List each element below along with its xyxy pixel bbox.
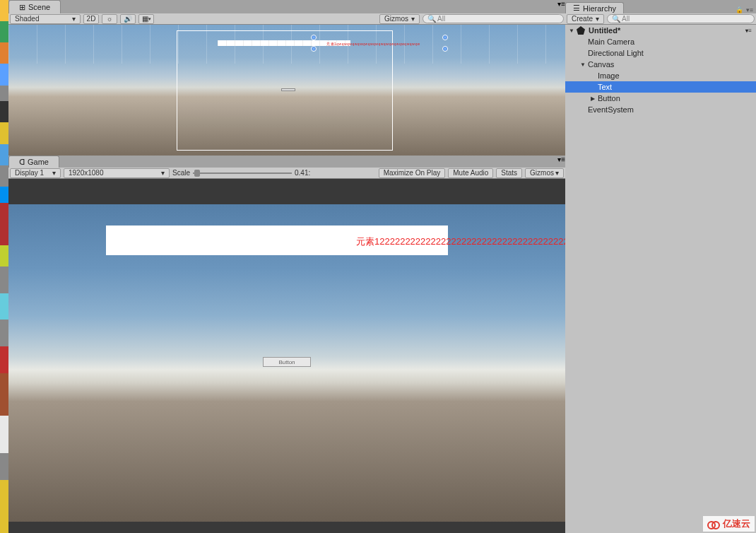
speaker-icon: 🔊 bbox=[124, 15, 132, 23]
game-gizmos-dropdown[interactable]: Gizmos ▾ bbox=[525, 168, 564, 178]
search-icon: 🔍 bbox=[612, 15, 620, 23]
image-icon: ▦ bbox=[142, 15, 148, 23]
hierarchy-label: Hierarchy bbox=[583, 4, 616, 13]
hierarchy-search[interactable]: 🔍 All bbox=[607, 14, 755, 23]
gizmos-label: Gizmos bbox=[384, 15, 408, 23]
hierarchy-item-label: Image bbox=[598, 71, 620, 80]
hierarchy-item[interactable]: Main Camera bbox=[565, 36, 756, 47]
hierarchy-item-label: EventSystem bbox=[588, 105, 634, 114]
watermark: 亿速云 bbox=[703, 516, 755, 532]
hierarchy-item-label: Button bbox=[598, 94, 620, 102]
game-gizmos-label: Gizmos bbox=[530, 169, 554, 177]
watermark-icon bbox=[707, 519, 720, 529]
expand-arrow-icon[interactable]: ▼ bbox=[579, 62, 586, 68]
game-panel-menu-icon[interactable]: ▾≡ bbox=[557, 156, 565, 168]
rect-handle-bottom-right[interactable] bbox=[442, 46, 448, 52]
stats-toggle[interactable]: Stats bbox=[496, 168, 522, 178]
chevron-down-icon: ▾ bbox=[148, 16, 151, 22]
hierarchy-tree[interactable]: ▼ Untitled* ▾≡ Main CameraDirectional Li… bbox=[565, 25, 756, 533]
display-dropdown[interactable]: Display 1 ▾ bbox=[10, 168, 61, 178]
resolution-label: 1920x1080 bbox=[69, 169, 104, 177]
panel-menu-icon[interactable]: ▾≡ bbox=[746, 6, 753, 13]
create-label: Create bbox=[572, 15, 593, 23]
hierarchy-item[interactable]: ▼Canvas bbox=[565, 59, 756, 70]
rect-handle-bottom[interactable] bbox=[311, 46, 317, 52]
hierarchy-tab[interactable]: ☰ Hierarchy bbox=[565, 2, 624, 13]
expand-arrow-icon[interactable]: ▼ bbox=[568, 28, 575, 34]
unity-scene-icon bbox=[577, 26, 585, 35]
search-icon: 🔍 bbox=[427, 15, 436, 23]
hierarchy-item[interactable]: ▶Button bbox=[565, 93, 756, 104]
hierarchy-tab-row: ☰ Hierarchy 🔒 ▾≡ bbox=[565, 0, 756, 13]
scale-slider-thumb[interactable] bbox=[194, 170, 200, 177]
search-placeholder: All bbox=[437, 15, 445, 23]
mode-2d-label: 2D bbox=[87, 15, 96, 23]
maximize-label: Maximize On Play bbox=[384, 169, 441, 177]
gizmos-dropdown[interactable]: Gizmos ▾ bbox=[379, 14, 420, 24]
scale-value: 0.41: bbox=[295, 169, 310, 177]
expand-arrow-icon[interactable]: ▶ bbox=[589, 95, 596, 102]
button-element-scene[interactable] bbox=[281, 88, 295, 91]
editor-main-area: ⊞ Scene ▾≡ Shaded ▾ 2D ☼ 🔊 ▦ ▾ Gizmos ▾ bbox=[8, 0, 565, 533]
hierarchy-item[interactable]: Image bbox=[565, 70, 756, 81]
os-taskbar-strip bbox=[0, 0, 8, 533]
hierarchy-icon: ☰ bbox=[573, 4, 580, 13]
maximize-toggle[interactable]: Maximize On Play bbox=[379, 168, 446, 178]
hierarchy-item-label: Canvas bbox=[588, 60, 614, 69]
hierarchy-item-label: Main Camera bbox=[588, 37, 634, 46]
game-bottom-letterbox bbox=[8, 522, 565, 533]
game-top-letterbox bbox=[8, 179, 565, 204]
chevron-down-icon: ▾ bbox=[72, 15, 76, 23]
chevron-down-icon: ▾ bbox=[411, 15, 415, 23]
scene-tab-label: Scene bbox=[28, 3, 50, 11]
game-button-label: Button bbox=[278, 359, 295, 365]
scene-toolbar: Shaded ▾ 2D ☼ 🔊 ▦ ▾ Gizmos ▾ 🔍 All bbox=[8, 13, 565, 25]
hierarchy-item-label: Directional Light bbox=[588, 49, 644, 57]
audio-toggle[interactable]: 🔊 bbox=[120, 14, 136, 24]
scene-search[interactable]: 🔍 All bbox=[423, 14, 564, 23]
hierarchy-item[interactable]: Text bbox=[565, 81, 756, 93]
mute-label: Mute Audio bbox=[453, 169, 488, 177]
game-view[interactable]: 元素12222222222222222222222222222222222222… bbox=[8, 179, 565, 533]
display-label: Display 1 bbox=[15, 169, 44, 177]
game-tab-label: Game bbox=[28, 158, 49, 166]
scene-name: Untitled* bbox=[589, 26, 620, 35]
game-text-element: 元素12222222222222222222222222222222222222… bbox=[356, 235, 565, 248]
hierarchy-item-label: Text bbox=[598, 83, 612, 91]
hierarchy-toolbar: Create ▾ 🔍 All bbox=[565, 13, 756, 25]
game-button-element: Button bbox=[263, 357, 311, 367]
stats-label: Stats bbox=[501, 169, 517, 177]
scale-slider[interactable] bbox=[193, 172, 292, 174]
hierarchy-item[interactable]: Directional Light bbox=[565, 47, 756, 59]
resolution-dropdown[interactable]: 1920x1080 ▾ bbox=[64, 168, 170, 178]
chevron-down-icon: ▾ bbox=[52, 169, 56, 177]
scene-view[interactable]: 元素1qwqwqwqwqwqwqwqwqwqwqwqwqwqwqwqw bbox=[8, 25, 565, 156]
chevron-down-icon[interactable]: ▾≡ bbox=[745, 28, 752, 34]
chevron-down-icon: ▾ bbox=[596, 15, 599, 23]
game-tab-row: ᗡ Game ▾≡ bbox=[8, 156, 565, 168]
rect-handle-top-right[interactable] bbox=[442, 35, 448, 40]
shading-dropdown[interactable]: Shaded ▾ bbox=[10, 14, 81, 24]
chevron-down-icon: ▾ bbox=[555, 169, 559, 177]
sun-icon: ☼ bbox=[106, 15, 112, 23]
hierarchy-panel: ☰ Hierarchy 🔒 ▾≡ Create ▾ 🔍 All ▼ Untitl… bbox=[565, 0, 756, 533]
mute-toggle[interactable]: Mute Audio bbox=[448, 168, 493, 178]
rect-handle-top[interactable] bbox=[311, 35, 317, 40]
lock-icon[interactable]: 🔒 bbox=[736, 6, 743, 13]
hierarchy-item[interactable]: EventSystem bbox=[565, 104, 756, 115]
scene-header-row[interactable]: ▼ Untitled* ▾≡ bbox=[565, 25, 756, 36]
create-dropdown[interactable]: Create ▾ bbox=[567, 14, 604, 24]
shading-label: Shaded bbox=[15, 15, 39, 23]
scene-tab-icon: ⊞ bbox=[19, 3, 25, 12]
chevron-down-icon: ▾ bbox=[161, 169, 165, 177]
scene-panel-menu-icon[interactable]: ▾≡ bbox=[557, 0, 565, 13]
lighting-toggle[interactable]: ☼ bbox=[102, 14, 117, 24]
game-tab[interactable]: ᗡ Game bbox=[8, 156, 59, 168]
watermark-text: 亿速云 bbox=[723, 517, 750, 530]
game-tab-icon: ᗡ bbox=[19, 158, 25, 167]
game-toolbar: Display 1 ▾ 1920x1080 ▾ Scale 0.41: Maxi… bbox=[8, 168, 565, 179]
fx-dropdown[interactable]: ▦ ▾ bbox=[138, 14, 154, 24]
scene-tab[interactable]: ⊞ Scene bbox=[8, 0, 61, 13]
mode-2d-button[interactable]: 2D bbox=[83, 14, 99, 24]
text-element-scene[interactable]: 元素1qwqwqwqwqwqwqwqwqwqwqwqwqwqwqwqw bbox=[326, 42, 420, 46]
